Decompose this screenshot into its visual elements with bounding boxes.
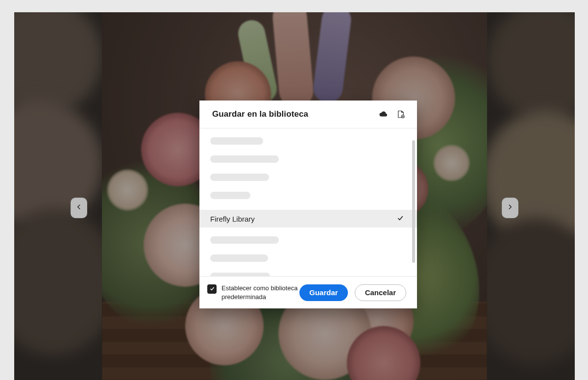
new-library-icon[interactable] — [396, 110, 405, 119]
dialog-header: Guardar en la biblioteca — [199, 101, 417, 128]
default-library-label: Establecer como biblioteca predeterminad… — [221, 284, 299, 301]
library-item-placeholder[interactable] — [210, 192, 250, 199]
library-list[interactable]: Firefly Library — [199, 128, 417, 276]
save-to-library-dialog: Guardar en la biblioteca Firefly Library… — [199, 101, 417, 308]
chevron-right-icon — [507, 203, 514, 212]
library-item-placeholder[interactable] — [210, 137, 263, 145]
dialog-body: Firefly Library — [199, 128, 417, 276]
library-item-placeholder[interactable] — [210, 174, 269, 181]
dialog-title: Guardar en la biblioteca — [212, 109, 308, 119]
next-image-button[interactable] — [502, 198, 518, 218]
cancel-button[interactable]: Cancelar — [355, 284, 406, 301]
default-library-checkbox[interactable] — [207, 284, 217, 294]
save-button[interactable]: Guardar — [299, 284, 347, 301]
library-item-placeholder[interactable] — [210, 254, 268, 262]
library-item-selected[interactable]: Firefly Library — [199, 210, 417, 228]
library-item-placeholder[interactable] — [210, 155, 279, 163]
library-item-placeholder[interactable] — [210, 273, 270, 276]
cloud-icon[interactable] — [379, 110, 388, 119]
scrollbar-thumb[interactable] — [412, 140, 415, 263]
library-item-placeholder[interactable] — [210, 236, 279, 244]
library-item-label: Firefly Library — [210, 215, 255, 223]
prev-image-button[interactable] — [71, 198, 87, 218]
chevron-left-icon — [75, 203, 82, 212]
checkmark-icon — [396, 214, 404, 224]
right-blur-strip — [487, 12, 575, 380]
dialog-footer: Establecer como biblioteca predeterminad… — [199, 276, 417, 308]
left-blur-strip — [14, 12, 102, 380]
image-viewer-frame: Guardar en la biblioteca Firefly Library… — [14, 12, 575, 380]
